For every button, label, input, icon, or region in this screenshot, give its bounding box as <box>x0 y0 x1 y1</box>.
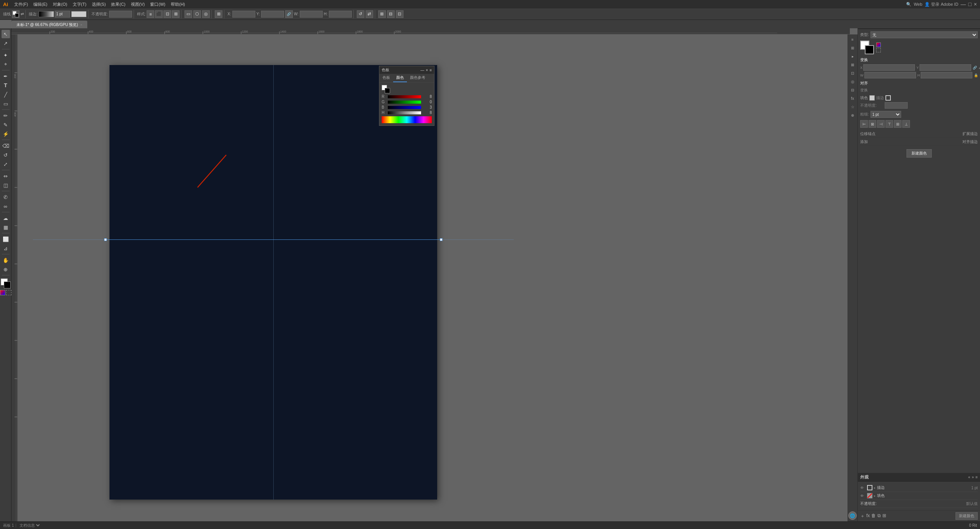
ap-collapse-icon[interactable]: « <box>968 475 970 479</box>
anchor-point-left[interactable] <box>104 238 107 241</box>
tool-chart[interactable]: ▦ <box>2 223 10 231</box>
swatch-bg[interactable] <box>385 88 390 93</box>
search-icon[interactable]: 🔍 <box>906 2 911 7</box>
tool-blend[interactable]: ∞ <box>2 202 10 210</box>
stroke-swatch-big[interactable] <box>865 45 874 54</box>
tool-symbol[interactable]: ☁ <box>2 214 10 222</box>
tool-shaper[interactable]: ⚡ <box>2 130 10 138</box>
align2-btn-1[interactable]: ⊞ <box>378 10 386 18</box>
new-color-footer-btn[interactable]: 新建颜色 <box>956 512 978 520</box>
stroke-appearance-swatch[interactable] <box>867 485 872 490</box>
w-field[interactable]: 796.591 <box>864 72 916 78</box>
gradient-btn[interactable] <box>876 42 881 47</box>
tool-slice[interactable]: ⊿ <box>2 244 10 252</box>
tool-scale[interactable]: ⤢ <box>2 160 10 168</box>
tool-text[interactable]: T <box>2 81 10 90</box>
tool-eyedropper[interactable]: ✆ <box>2 193 10 201</box>
align-right-btn[interactable]: ⊣ <box>877 120 885 128</box>
tool-zoom-tool[interactable]: ⊕ <box>2 265 10 273</box>
tool-gradient[interactable]: ◫ <box>2 181 10 189</box>
b-slider[interactable] <box>388 106 421 109</box>
y-input[interactable]: 796.591 <box>261 11 284 18</box>
stroke-color-chip[interactable] <box>885 95 891 101</box>
x-input[interactable]: 605.5 px <box>232 11 255 18</box>
align-middle-btn[interactable]: ⊞ <box>894 120 902 128</box>
swatches-collapse-btn[interactable]: — <box>420 68 424 72</box>
tool-magic-wand[interactable]: ✦ <box>2 51 10 59</box>
ap-new-icon[interactable]: ⊞ <box>882 513 886 519</box>
side-icon-3[interactable]: ▸ <box>849 53 856 60</box>
link-wh-icon[interactable]: 🔗 <box>973 64 977 71</box>
swatches-close-btn[interactable]: × <box>426 68 428 72</box>
style-toggle-1[interactable]: ≡ <box>147 10 154 18</box>
tool-select[interactable]: ↖ <box>2 30 10 38</box>
tool-line[interactable]: ╱ <box>2 90 10 99</box>
anchor-point-right[interactable] <box>440 238 443 241</box>
tab-color-board[interactable]: 色板 <box>379 74 393 82</box>
none-icon[interactable] <box>6 290 11 295</box>
shape-btn-3[interactable]: ◎ <box>202 10 210 18</box>
align-center-btn[interactable]: ⊠ <box>869 120 876 128</box>
tool-hand[interactable]: ✋ <box>2 256 10 264</box>
style-toggle-2[interactable]: ⬛ <box>155 10 163 18</box>
fill-stroke-swatch[interactable] <box>860 41 874 54</box>
align-left-btn[interactable]: ⊢ <box>860 120 868 128</box>
menu-help[interactable]: 帮助(H) <box>168 1 187 8</box>
swatches-menu-btn[interactable]: ≡ <box>430 68 432 72</box>
tool-lasso[interactable]: ⌖ <box>2 60 10 68</box>
status-info-select[interactable]: 文档信息 <box>18 523 41 528</box>
link-icon[interactable]: 🔗 <box>285 10 293 18</box>
swatch-pair[interactable] <box>382 85 390 93</box>
side-icon-5[interactable]: ⊡ <box>849 70 856 77</box>
ap-menu-icon[interactable]: ≡ <box>975 475 978 479</box>
side-icon-4[interactable]: ⊠ <box>849 61 856 68</box>
flip-icon[interactable]: ⇄ <box>366 10 373 18</box>
h-input[interactable]: 0 px <box>329 11 352 18</box>
stroke-visibility[interactable]: 👁 <box>860 486 866 490</box>
type-select[interactable]: 无 <box>871 31 978 38</box>
move-anchor-link[interactable]: 位移锚点 扩展描边 <box>860 130 978 138</box>
stroke-expand[interactable]: ▸ <box>874 486 875 490</box>
add-link[interactable]: 添加 对齐描边 <box>860 138 978 146</box>
x-field[interactable]: 585.5 px <box>863 64 915 71</box>
ap-add-icon[interactable]: ＋ <box>860 513 865 519</box>
side-icon-8[interactable]: fx <box>849 95 856 102</box>
stroke-weight-select[interactable]: 1 pt 2 pt 3 pt <box>871 111 901 118</box>
fill-color-chip[interactable] <box>869 95 875 101</box>
style-toggle-4[interactable]: ⊞ <box>172 10 180 18</box>
tool-color-swatch[interactable] <box>1 278 11 288</box>
stroke-weight-input[interactable] <box>55 11 70 18</box>
side-icon-9[interactable]: ☆ <box>849 103 856 110</box>
user-icon[interactable]: 👤 登录 Adobe ID <box>924 2 958 7</box>
ap-expand-icon[interactable]: » <box>972 475 974 479</box>
switch-icon[interactable]: ⇄ <box>21 12 24 16</box>
align-btn-1[interactable]: ⊞ <box>215 10 222 18</box>
style-toggle-3[interactable]: ⊡ <box>163 10 171 18</box>
view-toggle[interactable]: ⊡ <box>396 10 403 18</box>
align2-btn-2[interactable]: ⊟ <box>387 10 395 18</box>
ap-copy-icon[interactable]: ⧉ <box>877 513 881 519</box>
selected-line[interactable] <box>106 239 441 240</box>
opacity-field[interactable]: 100% <box>885 102 908 109</box>
align-top-btn[interactable]: ⊤ <box>885 120 893 128</box>
maximize-icon[interactable]: □ <box>968 1 971 7</box>
new-color-btn[interactable]: 新建颜色 <box>906 149 932 158</box>
fill-expand[interactable]: ▸ <box>874 494 875 498</box>
none-btn[interactable] <box>876 48 881 52</box>
fill-stroke-btn[interactable] <box>12 10 20 18</box>
tab-close-btn[interactable]: × <box>80 23 82 27</box>
tool-width[interactable]: ⇔ <box>2 172 10 180</box>
color-spectrum[interactable] <box>382 116 432 123</box>
ap-clear-icon[interactable]: 🗑 <box>871 513 876 519</box>
menu-edit[interactable]: 编辑(E) <box>31 1 50 8</box>
tab-color[interactable]: 颜色 <box>393 74 407 82</box>
tool-direct-select[interactable]: ↗ <box>2 39 10 47</box>
y-field[interactable]: 956.952 <box>920 64 971 71</box>
tab-color-ref[interactable]: 颜色参考 <box>407 74 428 82</box>
tool-rotate[interactable]: ↺ <box>2 151 10 159</box>
ap-effect-icon[interactable]: fx <box>866 513 870 519</box>
r-slider[interactable] <box>388 95 421 98</box>
tool-pen[interactable]: ✒ <box>2 72 10 80</box>
tool-pencil[interactable]: ✎ <box>2 120 10 129</box>
shape-btn-1[interactable]: ▭ <box>185 10 192 18</box>
